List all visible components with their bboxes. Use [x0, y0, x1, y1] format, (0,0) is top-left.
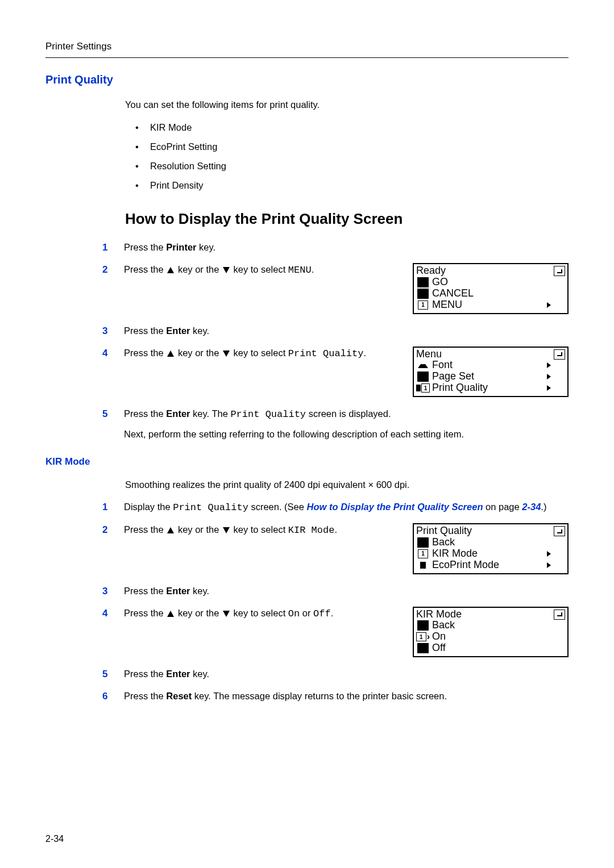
num-box-icon: 1 — [421, 383, 430, 393]
panel-title: Print Quality — [416, 525, 565, 537]
down-key-icon — [222, 348, 231, 358]
panel-title: Ready — [416, 265, 565, 277]
panel-item: Back — [430, 537, 546, 548]
lcd-panel-ready: Ready GO CANCEL 1MENU — [413, 263, 569, 314]
step-number: 2 — [102, 263, 124, 277]
howto-heading: How to Display the Print Quality Screen — [125, 208, 569, 230]
up-key-icon — [166, 348, 175, 358]
step-number: 1 — [102, 241, 124, 255]
panel-item: Font — [430, 360, 546, 371]
step-b6: 6 Press the Reset key. The message displ… — [102, 690, 569, 704]
num-box-icon: 1 — [418, 301, 428, 310]
lcd-panel-kir-mode: KIR Mode Back 1On Off — [413, 607, 569, 658]
step-number: 2 — [102, 523, 124, 537]
step-number: 3 — [102, 324, 124, 339]
enter-icon — [554, 266, 565, 276]
step-a5: 5 Press the Enter key. The Print Quality… — [102, 407, 569, 441]
up-key-icon — [166, 524, 175, 535]
page-header: Printer Settings — [45, 40, 569, 58]
up-key-icon — [166, 264, 175, 274]
scroll-down-icon — [420, 562, 426, 569]
submenu-arrow-icon — [546, 371, 552, 382]
enter-icon — [554, 349, 565, 360]
step-number: 4 — [102, 607, 124, 621]
lcd-cursor-icon — [417, 289, 429, 299]
panel-title: KIR Mode — [416, 609, 565, 620]
down-key-icon — [222, 264, 231, 274]
step-number: 5 — [102, 667, 124, 682]
list-item: KIR Mode — [135, 121, 569, 135]
down-key-icon — [222, 524, 231, 535]
panel-item: Back — [430, 620, 546, 631]
down-key-icon — [222, 608, 231, 618]
panel-title: Menu — [416, 349, 565, 360]
panel-item: Page Set — [430, 371, 546, 382]
panel-item: On — [430, 631, 546, 642]
submenu-arrow-icon — [546, 382, 552, 394]
step-number: 3 — [102, 585, 124, 599]
panel-item: GO — [430, 277, 546, 288]
panel-item: Print Quality — [430, 382, 546, 394]
step-number: 1 — [102, 500, 124, 515]
up-key-icon — [166, 608, 175, 618]
lcd-cursor-icon — [417, 643, 429, 653]
step-b5: 5 Press the Enter key. — [102, 667, 569, 682]
lcd-panel-print-quality: Print Quality Back 1KIR Mode EcoPrint Mo… — [413, 523, 569, 574]
enter-icon — [554, 526, 565, 536]
num-box-icon: 1 — [418, 549, 428, 558]
list-item: Resolution Setting — [135, 160, 569, 173]
panel-item: CANCEL — [430, 288, 546, 299]
step-a3: 3 Press the Enter key. — [102, 324, 569, 339]
kir-intro: Smoothing realizes the print quality of … — [125, 478, 569, 492]
step-a5-line2: Next, perform the setting referring to t… — [124, 428, 569, 441]
lcd-cursor-icon — [417, 620, 429, 631]
step-b1: 1 Display the Print Quality screen. (See… — [102, 500, 569, 515]
page-number: 2-34 — [45, 832, 64, 845]
step-b4-row: 4 Press the key or the key to select On … — [102, 607, 569, 658]
submenu-arrow-icon — [546, 299, 552, 311]
lcd-cursor-icon — [417, 537, 429, 548]
quality-items-list: KIR Mode EcoPrint Setting Resolution Set… — [135, 121, 569, 193]
step-a4-row: 4 Press the key or the key to select Pri… — [102, 347, 569, 398]
list-item: Print Density — [135, 179, 569, 193]
step-b3: 3 Press the Enter key. — [102, 585, 569, 599]
lcd-cursor-icon — [417, 372, 429, 382]
submenu-arrow-icon — [546, 360, 552, 371]
subsection-kir-mode: KIR Mode — [45, 455, 569, 469]
scroll-down-icon — [416, 385, 421, 391]
step-a2-row: 2 Press the key or the key to select MEN… — [102, 263, 569, 314]
scroll-up-icon — [418, 360, 428, 371]
cross-ref-link[interactable]: How to Display the Print Quality Screen — [307, 502, 483, 512]
step-number: 4 — [102, 347, 124, 361]
panel-item: KIR Mode — [430, 548, 546, 560]
submenu-arrow-icon — [546, 548, 552, 560]
panel-item: EcoPrint Mode — [430, 560, 546, 571]
panel-item: MENU — [430, 299, 546, 311]
list-item: EcoPrint Setting — [135, 140, 569, 154]
page-ref-link[interactable]: 2-34 — [522, 502, 541, 512]
step-number: 6 — [102, 690, 124, 704]
lcd-cursor-icon — [417, 277, 429, 287]
submenu-arrow-icon — [546, 560, 552, 571]
section-title-print-quality: Print Quality — [45, 72, 569, 88]
intro-text: You can set the following items for prin… — [125, 98, 569, 112]
num-box-icon: 1 — [416, 632, 426, 641]
step-b2-row: 2 Press the key or the key to select KIR… — [102, 523, 569, 574]
enter-icon — [554, 610, 565, 620]
step-a1: 1 Press the Printer key. — [102, 241, 569, 255]
panel-item: Off — [430, 642, 546, 654]
lcd-panel-menu: Menu Font Page Set 1Print Quality — [413, 347, 569, 398]
header-text: Printer Settings — [45, 41, 111, 52]
step-number: 5 — [102, 407, 124, 422]
